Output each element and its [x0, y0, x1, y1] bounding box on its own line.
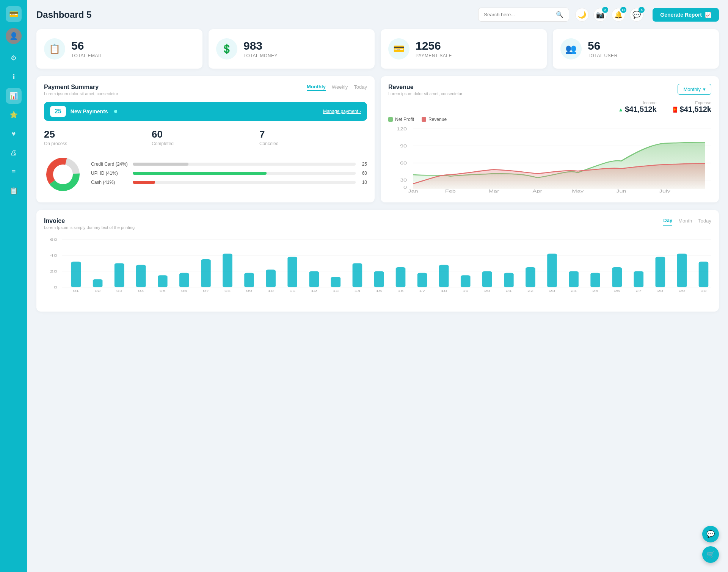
svg-rect-64 — [461, 275, 471, 287]
canceled-label: Canceled — [259, 141, 367, 146]
invoice-tab-month[interactable]: Month — [678, 218, 692, 226]
svg-rect-74 — [569, 271, 579, 287]
stat-info-email: 56 TOTAL EMAIL — [71, 39, 102, 58]
payment-stats-trio: 25 On process 60 Completed 7 Canceled — [44, 129, 367, 146]
payment-summary-title: Payment Summary — [44, 84, 118, 91]
svg-text:20: 20 — [50, 269, 58, 273]
svg-text:30: 30 — [400, 178, 407, 182]
progress-row-cash: Cash (41%) 10 — [91, 180, 367, 185]
sidebar-item-list[interactable]: 📋 — [6, 183, 22, 199]
svg-text:09: 09 — [246, 289, 252, 293]
search-input[interactable] — [484, 12, 553, 17]
income-value-row: ▲ $41,512k — [618, 105, 656, 114]
payment-summary-title-group: Payment Summary Lorem ipsum dolor sit am… — [44, 84, 118, 96]
legend-dot-revenue — [422, 117, 426, 122]
svg-text:25: 25 — [592, 289, 598, 293]
svg-text:30: 30 — [700, 289, 707, 293]
svg-text:Jun: Jun — [616, 189, 626, 193]
svg-point-3 — [54, 165, 72, 183]
completed-label: Completed — [152, 141, 259, 146]
svg-text:04: 04 — [138, 289, 144, 293]
stat-icon-user: 👥 — [560, 38, 582, 60]
svg-rect-28 — [71, 262, 81, 287]
svg-text:60: 60 — [50, 237, 58, 241]
progress-bar-fill-cc — [133, 163, 188, 166]
svg-text:10: 10 — [268, 289, 274, 293]
svg-text:July: July — [659, 189, 670, 193]
sidebar-item-favorites[interactable]: ⭐ — [6, 107, 22, 123]
progress-label-cc: Credit Card (24%) — [91, 161, 129, 167]
sidebar-item-print[interactable]: 🖨 — [6, 145, 22, 161]
svg-text:19: 19 — [463, 289, 469, 293]
theme-toggle-btn[interactable]: 🌙 — [575, 8, 589, 22]
svg-rect-80 — [634, 271, 643, 287]
svg-text:120: 120 — [397, 127, 407, 131]
sidebar-logo[interactable]: 💳 — [6, 6, 22, 22]
svg-text:28: 28 — [657, 289, 663, 293]
tab-today[interactable]: Today — [354, 84, 367, 91]
svg-rect-34 — [136, 265, 146, 287]
chevron-down-icon: ▾ — [703, 86, 706, 92]
manage-payment-link[interactable]: Manage payment › — [323, 109, 361, 114]
bell-btn[interactable]: 🔔 12 — [612, 8, 625, 22]
expense-value-row: 🧧 $41,512k — [672, 105, 711, 114]
chat-btn[interactable]: 💬 5 — [630, 8, 643, 22]
stat-value-user: 56 — [588, 39, 618, 52]
svg-rect-54 — [353, 263, 362, 287]
svg-text:23: 23 — [549, 289, 555, 293]
svg-text:26: 26 — [614, 289, 620, 293]
new-payments-left: 25 New Payments — [50, 106, 117, 117]
revenue-subtitle: Lorem ipsum dolor sit amet, consectetur — [388, 91, 463, 96]
svg-text:16: 16 — [398, 289, 404, 293]
tab-weekly[interactable]: Weekly — [332, 84, 348, 91]
svg-text:20: 20 — [484, 289, 491, 293]
payment-summary-card: Payment Summary Lorem ipsum dolor sit am… — [36, 76, 375, 202]
cart-float-btn[interactable]: 🛒 — [702, 546, 719, 563]
sidebar-item-menu[interactable]: ≡ — [6, 164, 22, 180]
new-payments-bar: 25 New Payments Manage payment › — [44, 102, 367, 121]
svg-text:0: 0 — [53, 285, 57, 289]
progress-label-upi: UPI ID (41%) — [91, 171, 129, 176]
sidebar-item-likes[interactable]: ♥ — [6, 126, 22, 142]
svg-text:Feb: Feb — [445, 189, 456, 193]
svg-text:17: 17 — [419, 289, 425, 293]
svg-text:11: 11 — [289, 289, 295, 293]
main-content: Dashboard 5 🔍 🌙 📷 2 🔔 12 💬 5 Generate Re… — [27, 0, 728, 572]
income-value: $41,512k — [625, 105, 656, 114]
svg-text:01: 01 — [73, 289, 79, 293]
invoice-tab-day[interactable]: Day — [663, 218, 672, 226]
svg-text:90: 90 — [400, 144, 407, 148]
sidebar-item-info[interactable]: ℹ — [6, 69, 22, 85]
svg-text:0: 0 — [403, 185, 407, 190]
revenue-chart: 120 90 60 30 0 — [388, 125, 711, 193]
sidebar-item-analytics[interactable]: 📊 — [6, 88, 22, 104]
svg-text:May: May — [572, 189, 584, 193]
sidebar-item-settings[interactable]: ⚙ — [6, 50, 22, 66]
camera-btn[interactable]: 📷 2 — [593, 8, 607, 22]
expense-label: Expense — [672, 100, 711, 105]
payment-summary-subtitle: Lorem ipsum dolor sit amet, consectetur — [44, 91, 118, 96]
sidebar: 💳 👤 ⚙ ℹ 📊 ⭐ ♥ 🖨 ≡ 📋 — [0, 0, 27, 572]
chat-float-btn[interactable]: 💬 — [702, 526, 719, 542]
svg-rect-62 — [439, 265, 449, 287]
middle-row: Payment Summary Lorem ipsum dolor sit am… — [36, 76, 719, 202]
stat-icon-email: 📋 — [44, 38, 65, 60]
income-label: Income — [618, 100, 656, 105]
stat-label-user: TOTAL USER — [588, 53, 618, 58]
svg-rect-44 — [244, 273, 254, 287]
revenue-monthly-btn[interactable]: Monthly ▾ — [678, 84, 711, 95]
svg-text:22: 22 — [527, 289, 533, 293]
svg-text:02: 02 — [95, 289, 101, 293]
stat-card-sale: 💳 1256 PAYMENT SALE — [381, 29, 547, 69]
invoice-title-group: Invoice Lorem Ipsum is simply dummy text… — [44, 218, 135, 230]
payment-summary-tabs: Monthly Weekly Today — [307, 84, 367, 91]
search-bar[interactable]: 🔍 — [478, 8, 569, 22]
svg-rect-40 — [201, 259, 211, 287]
generate-report-button[interactable]: Generate Report 📈 — [653, 8, 719, 22]
invoice-tab-today[interactable]: Today — [698, 218, 711, 226]
progress-bar-bg-upi — [133, 172, 356, 175]
tab-monthly[interactable]: Monthly — [307, 84, 326, 91]
sidebar-avatar[interactable]: 👤 — [6, 28, 22, 44]
revenue-card: Revenue Lorem ipsum dolor sit amet, cons… — [381, 76, 719, 202]
progress-val-cash: 10 — [359, 180, 367, 185]
